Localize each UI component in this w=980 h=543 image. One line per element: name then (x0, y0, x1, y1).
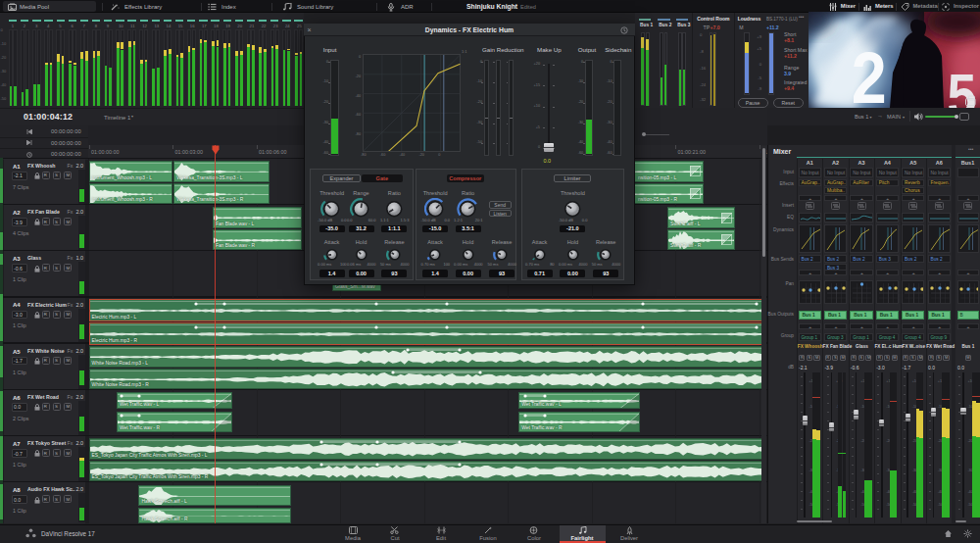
svg-text:5: 5 (947, 61, 976, 108)
svg-text:2: 2 (852, 37, 887, 108)
